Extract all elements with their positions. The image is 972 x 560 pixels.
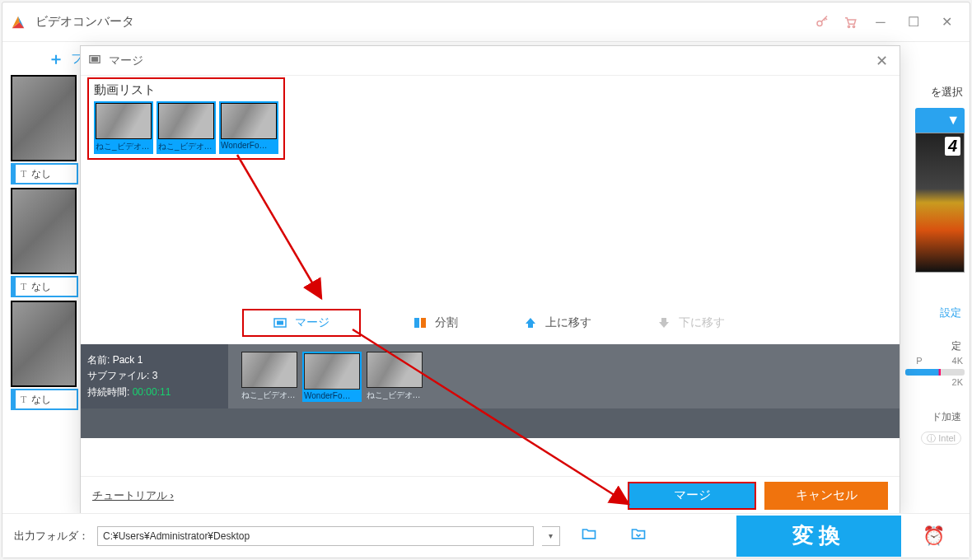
- intel-badge: ⓘ Intel: [899, 432, 965, 445]
- video-thumb[interactable]: WonderFo…: [219, 101, 278, 154]
- app-logo-icon: [9, 13, 27, 31]
- tool-movedown: 下に移す: [644, 310, 738, 335]
- merge-button[interactable]: マージ: [628, 482, 756, 510]
- video-list-title: 動画リスト: [94, 82, 278, 98]
- thumb-image: [221, 103, 277, 139]
- clip-thumbnail: [11, 188, 77, 274]
- subtitle-tag[interactable]: T なし: [11, 389, 78, 410]
- bottom-bar: 出力フォルダ： ▾ 変換 ⏰: [2, 513, 970, 558]
- format-preview[interactable]: 4: [915, 133, 965, 273]
- modal-footer: チュートリアル › マージ キャンセル: [81, 476, 900, 514]
- subtitle-tag[interactable]: T なし: [11, 276, 78, 297]
- clip-thumbnail: [11, 301, 77, 387]
- tool-merge[interactable]: マージ: [242, 309, 361, 337]
- left-clip[interactable]: T なし: [11, 75, 77, 184]
- pack-row[interactable]: 名前: Pack 1 サブファイル: 3 持続時間: 00:00:11 ねこ_ビ…: [81, 344, 900, 408]
- merge-icon: [273, 316, 287, 329]
- moveup-icon: [524, 316, 537, 329]
- quality-right-label: 4K: [952, 356, 963, 366]
- modal-close-icon[interactable]: ✕: [872, 52, 891, 70]
- clip-thumbnail: [11, 75, 77, 161]
- tutorial-link[interactable]: チュートリアル ›: [92, 488, 174, 503]
- pack-thumbs: ねこ_ビデオク…WonderFo…ねこ_ビデオク…: [240, 352, 424, 402]
- tool-moveup[interactable]: 上に移す: [511, 310, 605, 335]
- key-icon[interactable]: [808, 8, 836, 36]
- window-minimize[interactable]: ─: [864, 8, 897, 36]
- pack-thumb[interactable]: ねこ_ビデオク…: [240, 352, 299, 402]
- svg-rect-7: [414, 318, 419, 328]
- open-folder-icon[interactable]: [568, 525, 610, 546]
- output-folder-dropdown[interactable]: ▾: [542, 526, 560, 546]
- convert-button-label: 変換: [792, 521, 845, 550]
- format-dropdown[interactable]: ▼: [915, 108, 965, 133]
- cancel-button-label: キャンセル: [796, 488, 858, 503]
- pack-thumb[interactable]: ねこ_ビデオク…: [365, 352, 424, 402]
- thumb-image: [241, 352, 297, 388]
- tool-merge-label: マージ: [295, 315, 329, 330]
- thumb-caption: WonderFo…: [221, 141, 277, 150]
- thumb-image: [304, 353, 360, 390]
- subtitle-tag-label: なし: [31, 167, 51, 181]
- left-clip[interactable]: T なし: [11, 301, 77, 410]
- pack-thumb[interactable]: WonderFo…: [302, 352, 362, 402]
- param-settings-link[interactable]: 設定: [899, 306, 965, 320]
- video-thumb[interactable]: ねこ_ビデオク…: [157, 101, 216, 154]
- left-clip[interactable]: T なし: [11, 188, 77, 297]
- format-select-label: を選択: [899, 85, 965, 100]
- thumb-image: [158, 103, 214, 139]
- movedown-icon: [657, 316, 671, 329]
- svg-line-9: [237, 155, 321, 298]
- modal-title: マージ: [109, 54, 143, 68]
- quality-label: 定: [899, 337, 965, 356]
- output-folder-input[interactable]: [97, 526, 534, 546]
- merge-modal: マージ ✕ 動画リスト ねこ_ビデオク…ねこ_ビデオク…WonderFo… マー…: [80, 45, 900, 515]
- subtitle-tag-label: なし: [31, 280, 51, 294]
- thumb-caption: ねこ_ビデオク…: [367, 390, 423, 401]
- quality-left-label: P: [916, 356, 922, 366]
- modal-body: 動画リスト ねこ_ビデオク…ねこ_ビデオク…WonderFo… マージ 分割: [81, 76, 900, 476]
- subtitle-tag-label: なし: [31, 393, 51, 407]
- thumb-caption: ねこ_ビデオク…: [158, 141, 214, 152]
- svg-point-0: [817, 21, 822, 26]
- quality-slider[interactable]: [905, 369, 965, 376]
- text-icon: T: [21, 168, 26, 180]
- svg-rect-4: [92, 58, 98, 61]
- quality-2k-label: 2K: [899, 377, 965, 387]
- tool-movedown-label: 下に移す: [679, 315, 725, 330]
- right-panel-peek: を選択 ▼ 4 設定 定 P 4K 2K ド加速 ⓘ Intel: [899, 85, 965, 445]
- merge-title-icon: [89, 54, 100, 68]
- left-clip-column: T なし T なし T なし: [11, 75, 77, 413]
- app-title: ビデオコンバータ: [35, 14, 134, 30]
- subtitle-tag[interactable]: T なし: [11, 163, 78, 184]
- modal-toolbar: マージ 分割 上に移す: [81, 306, 900, 339]
- pack-info: 名前: Pack 1 サブファイル: 3 持続時間: 00:00:11: [87, 352, 240, 400]
- text-icon: T: [21, 394, 26, 406]
- split-icon: [414, 316, 427, 329]
- titlebar: ビデオコンバータ ─ ☐ ✕: [2, 2, 970, 42]
- merge-button-label: マージ: [674, 488, 711, 503]
- tool-split[interactable]: 分割: [400, 310, 471, 335]
- cancel-button[interactable]: キャンセル: [764, 482, 888, 510]
- video-thumb[interactable]: ねこ_ビデオク…: [94, 101, 153, 154]
- thumb-caption: ねこ_ビデオク…: [241, 390, 297, 401]
- thumb-caption: WonderFo…: [304, 391, 360, 400]
- output-folder-label: 出力フォルダ：: [14, 529, 89, 544]
- video-list-box: 動画リスト ねこ_ビデオク…ねこ_ビデオク…WonderFo…: [87, 77, 285, 160]
- thumb-image: [367, 352, 423, 388]
- cart-icon[interactable]: [836, 8, 864, 36]
- convert-button[interactable]: 変換: [736, 516, 901, 557]
- text-icon: T: [21, 281, 26, 293]
- thumb-caption: ねこ_ビデオク…: [96, 141, 152, 152]
- window-close[interactable]: ✕: [930, 8, 963, 36]
- tool-moveup-label: 上に移す: [545, 315, 591, 330]
- video-list-thumbs: ねこ_ビデオク…ねこ_ビデオク…WonderFo…: [94, 101, 278, 154]
- plus-icon: ＋: [48, 48, 64, 70]
- app-window: ビデオコンバータ ─ ☐ ✕ ＋ フ T なし: [2, 2, 970, 558]
- tool-split-label: 分割: [435, 315, 458, 330]
- svg-point-2: [853, 26, 854, 27]
- window-maximize[interactable]: ☐: [897, 8, 930, 36]
- svg-rect-6: [277, 321, 283, 325]
- svg-point-1: [848, 26, 849, 27]
- alarm-icon[interactable]: ⏰: [909, 525, 958, 547]
- open-output-icon[interactable]: [618, 525, 659, 546]
